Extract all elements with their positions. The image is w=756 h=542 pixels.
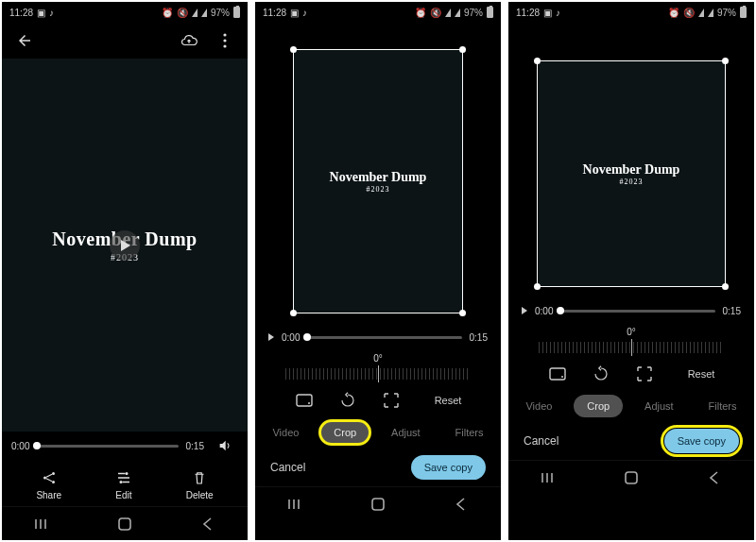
mute-icon: 🔇 [430, 8, 441, 18]
edit-button[interactable]: Edit [115, 469, 132, 500]
cloud-backup-icon[interactable] [176, 27, 202, 54]
crop-handle-tl[interactable] [534, 58, 541, 64]
crop-handle-tr[interactable] [459, 46, 466, 53]
status-time: 11:28 [516, 8, 540, 18]
status-right: ⏰ 🔇 97% [162, 7, 240, 18]
crop-handle-br[interactable] [722, 283, 729, 290]
nav-back[interactable] [198, 516, 215, 533]
tab-filters[interactable]: Filters [442, 421, 497, 444]
scrubber-track[interactable] [560, 310, 714, 313]
time-start: 0:00 [282, 332, 300, 343]
play-icon[interactable] [268, 333, 274, 341]
status-left: 11:28 ▣ ♪ [9, 8, 54, 18]
screen-editor-crop-tab: 11:28▣♪ ⏰🔇97% November Dump #2023 0:00 0… [255, 2, 501, 540]
reset-button[interactable]: Reset [688, 368, 715, 380]
screen-editor-save: 11:28▣♪ ⏰🔇97% November Dump #2023 0:00 0… [508, 2, 754, 540]
rotation-ruler[interactable] [285, 368, 472, 380]
scrubber-row: 0:00 0:15 [255, 327, 501, 347]
delete-button[interactable]: Delete [186, 469, 214, 500]
back-button[interactable] [11, 27, 38, 54]
more-menu-icon[interactable] [212, 27, 238, 54]
nav-home[interactable] [369, 496, 387, 513]
nav-bar [2, 506, 248, 540]
time-start: 0:00 [535, 306, 553, 316]
status-bar: 11:28▣♪ ⏰🔇97% [255, 2, 501, 23]
nav-recents[interactable] [287, 496, 304, 513]
scrubber-row: 0:00 0:15 [2, 432, 248, 460]
scrubber-track[interactable] [37, 445, 178, 448]
crop-tool-row: Reset [508, 358, 754, 390]
play-button[interactable] [110, 230, 140, 261]
tab-crop[interactable]: Crop [574, 395, 623, 417]
scrubber-thumb[interactable] [303, 333, 311, 341]
tab-crop[interactable]: Crop [320, 421, 369, 444]
save-copy-button[interactable]: Save copy [411, 455, 486, 480]
nav-home[interactable] [116, 516, 133, 533]
crop-tool-row: Reset [255, 384, 501, 416]
share-button[interactable]: Share [36, 469, 61, 500]
battery-icon [487, 7, 493, 18]
video-subtitle: #2023 [583, 178, 680, 186]
rotation-ruler[interactable] [539, 342, 725, 353]
free-crop-icon[interactable] [635, 364, 654, 383]
scrubber-track[interactable] [307, 336, 461, 339]
signal-icon-2 [201, 8, 207, 17]
edit-button-row: Cancel Save copy [508, 422, 754, 460]
edit-tabs: Video Crop Adjust Filters [508, 390, 754, 422]
svg-point-3 [43, 477, 46, 480]
tab-video[interactable]: Video [259, 421, 312, 444]
battery-pct: 97% [211, 8, 230, 18]
nav-bar [508, 460, 754, 494]
tab-adjust[interactable]: Adjust [378, 421, 434, 444]
status-bar: 11:28 ▣ ♪ ⏰ 🔇 97% [2, 2, 248, 23]
edit-tabs: Video Crop Adjust Filters [255, 416, 501, 449]
volume-button[interactable] [212, 432, 238, 459]
rotation-angle: 0° [255, 347, 501, 364]
status-time: 11:28 [263, 8, 286, 18]
crop-frame[interactable]: November Dump #2023 [293, 49, 463, 313]
scrubber-thumb[interactable] [33, 442, 41, 449]
reset-button[interactable]: Reset [435, 395, 462, 406]
tab-video[interactable]: Video [512, 395, 565, 417]
gallery-icon: ▣ [543, 8, 552, 18]
tab-filters[interactable]: Filters [696, 395, 750, 417]
screen-viewer: 11:28 ▣ ♪ ⏰ 🔇 97% November Dump #2023 [2, 2, 248, 540]
save-copy-button[interactable]: Save copy [664, 429, 739, 453]
rotate-icon[interactable] [592, 364, 610, 383]
alarm-icon: ⏰ [162, 8, 173, 18]
alarm-icon: ⏰ [415, 8, 426, 18]
svg-point-0 [223, 33, 226, 36]
nav-bar [255, 486, 501, 520]
battery-pct: 97% [464, 8, 483, 18]
battery-icon [740, 7, 747, 18]
crop-frame[interactable]: November Dump #2023 [537, 60, 726, 287]
status-bar: 11:28▣♪ ⏰🔇97% [508, 2, 754, 23]
crop-handle-tl[interactable] [290, 46, 297, 53]
share-label: Share [36, 490, 61, 500]
video-text-overlay: November Dump #2023 [330, 170, 427, 194]
crop-handle-bl[interactable] [290, 310, 297, 316]
play-icon[interactable] [522, 307, 527, 314]
aspect-ratio-icon[interactable] [548, 364, 567, 383]
cancel-button[interactable]: Cancel [524, 434, 558, 448]
top-bar [2, 23, 248, 59]
rotate-icon[interactable] [338, 391, 357, 410]
scrubber-thumb[interactable] [557, 307, 564, 314]
nav-back[interactable] [452, 496, 469, 513]
nav-home[interactable] [623, 469, 640, 486]
crop-handle-br[interactable] [459, 310, 466, 316]
nav-recents[interactable] [34, 516, 51, 533]
bottom-actions: Share Edit Delete [2, 460, 248, 506]
crop-handle-tr[interactable] [722, 58, 729, 64]
video-subtitle: #2023 [330, 185, 427, 194]
nav-recents[interactable] [541, 469, 558, 486]
aspect-ratio-icon[interactable] [295, 391, 314, 410]
free-crop-icon[interactable] [382, 391, 401, 410]
video-preview[interactable]: November Dump #2023 [2, 59, 248, 432]
crop-handle-bl[interactable] [534, 283, 541, 290]
cancel-button[interactable]: Cancel [270, 461, 305, 474]
nav-back[interactable] [705, 469, 722, 486]
time-end: 0:15 [186, 441, 204, 451]
tab-adjust[interactable]: Adjust [631, 395, 687, 417]
crop-area: November Dump #2023 [255, 23, 501, 327]
